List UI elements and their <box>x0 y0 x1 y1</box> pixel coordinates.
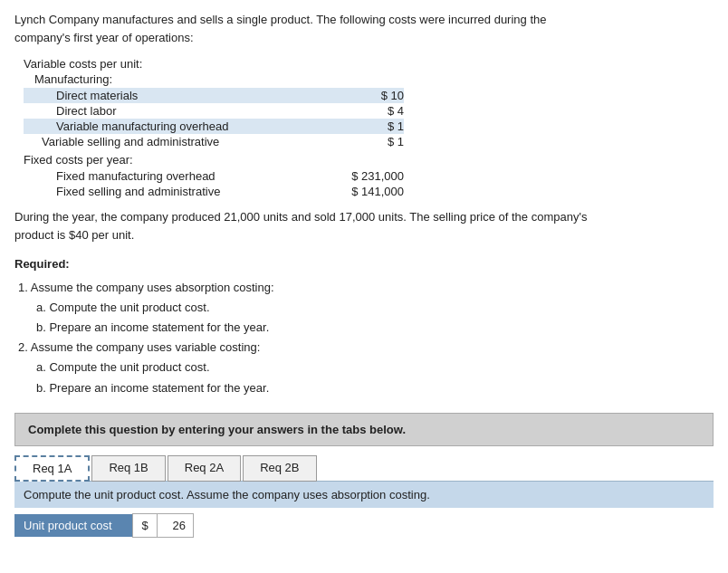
cost-row: Variable selling and administrative $ 1 <box>24 134 404 149</box>
cost-value: $ 141,000 <box>331 185 404 198</box>
tab-req2b-label: Req 2B <box>260 461 299 474</box>
mid-line1: During the year, the company produced 21… <box>14 210 587 224</box>
cost-value: $ 4 <box>331 104 404 118</box>
answer-value-text: 26 <box>173 519 186 532</box>
req-item: b. Prepare an income statement for the y… <box>36 378 714 398</box>
cost-row: Fixed selling and administrative $ 141,0… <box>24 184 404 199</box>
cost-row: Fixed manufacturing overhead $ 231,000 <box>24 168 404 184</box>
page-wrapper: Lynch Company manufactures and sells a s… <box>14 11 714 538</box>
tab-req1b[interactable]: Req 1B <box>91 455 165 482</box>
req-item: a. Compute the unit product cost. <box>36 358 714 377</box>
cost-value: $ 1 <box>331 135 404 148</box>
required-title: Required: <box>14 254 714 274</box>
cost-value: $ 1 <box>331 119 404 133</box>
cost-label: Fixed manufacturing overhead <box>24 169 216 183</box>
req-item: a. Compute the unit product cost. <box>36 298 714 318</box>
cost-label: Variable selling and administrative <box>24 135 219 148</box>
tab-req1b-label: Req 1B <box>109 461 148 474</box>
intro-paragraph: Lynch Company manufactures and sells a s… <box>14 11 714 46</box>
answer-row: Unit product cost $ 26 <box>14 513 714 538</box>
answer-dollar: $ <box>132 513 158 538</box>
banner-text: Complete this question by entering your … <box>28 423 406 436</box>
tab-req1a-label: Req 1A <box>33 462 72 475</box>
answer-value[interactable]: 26 <box>158 513 194 538</box>
cost-row: Direct labor $ 4 <box>24 103 404 119</box>
cost-label: Fixed selling and administrative <box>24 185 220 198</box>
required-section: Required: 1. Assume the company uses abs… <box>14 254 714 398</box>
complete-banner: Complete this question by entering your … <box>14 413 714 446</box>
answer-label: Unit product cost <box>14 514 132 537</box>
cost-value: $ 231,000 <box>331 169 404 183</box>
cost-table: Variable costs per unit: Manufacturing: … <box>24 57 404 199</box>
tab-instruction: Compute the unit product cost. Assume th… <box>24 488 430 501</box>
tab-req2a[interactable]: Req 2A <box>168 455 241 482</box>
intro-line1: Lynch Company manufactures and sells a s… <box>14 13 546 26</box>
req-item: b. Prepare an income statement for the y… <box>36 318 714 338</box>
tab-req2b[interactable]: Req 2B <box>243 455 316 482</box>
variable-header: Variable costs per unit: <box>24 57 404 71</box>
tabs-container: Req 1A Req 1B Req 2A Req 2B <box>14 455 714 482</box>
intro-line2: company's first year of operations: <box>14 31 194 44</box>
tab-content-bar: Compute the unit product cost. Assume th… <box>14 481 714 508</box>
req-item: 1. Assume the company uses absorption co… <box>18 278 714 298</box>
req-item: 2. Assume the company uses variable cost… <box>18 338 714 358</box>
tab-req1a[interactable]: Req 1A <box>14 455 90 482</box>
tab-req2a-label: Req 2A <box>185 461 224 474</box>
cost-label: Direct materials <box>24 89 138 102</box>
cost-row: Direct materials $ 10 <box>24 88 404 103</box>
mid-paragraph: During the year, the company produced 21… <box>14 208 714 244</box>
cost-label: Direct labor <box>24 104 116 118</box>
manufacturing-header: Manufacturing: <box>24 72 404 86</box>
fixed-header: Fixed costs per year: <box>24 153 404 167</box>
cost-value: $ 10 <box>331 89 404 102</box>
cost-row: Variable manufacturing overhead $ 1 <box>24 119 404 134</box>
cost-label: Variable manufacturing overhead <box>24 119 229 133</box>
mid-line2: product is $40 per unit. <box>14 228 134 242</box>
